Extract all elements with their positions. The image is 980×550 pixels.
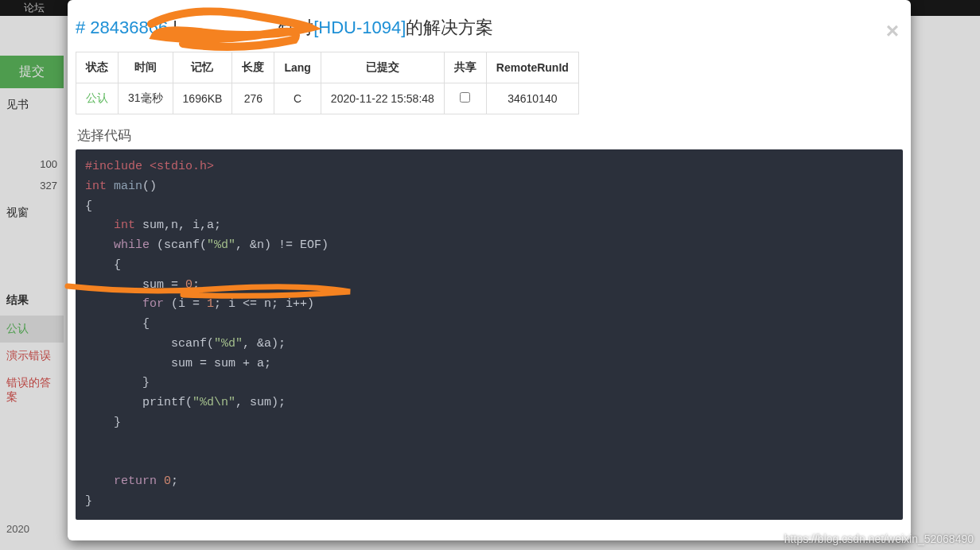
cell-submitted: 2020-11-22 15:58:48 bbox=[321, 83, 444, 114]
submission-id-link[interactable]: # 28436866 bbox=[76, 17, 168, 37]
code-one: 1 bbox=[207, 297, 214, 311]
cell-length: 276 bbox=[232, 83, 274, 114]
th-time: 时间 bbox=[119, 52, 173, 83]
th-shared: 共享 bbox=[444, 52, 486, 83]
code-return: return bbox=[114, 474, 157, 488]
solution-modal: # 28436866 | xxxxxxxxxxx针对[HDU-1094]的解决方… bbox=[68, 0, 911, 540]
th-memory: 记忆 bbox=[173, 52, 232, 83]
code-semi2: ; bbox=[171, 474, 178, 488]
code-printf-b: , sum); bbox=[235, 396, 286, 409]
code-scanf-open: (scanf( bbox=[150, 238, 207, 252]
title-target-prefix: 针对 bbox=[278, 17, 313, 37]
code-fmt-d2: "%d" bbox=[214, 337, 243, 351]
code-indent bbox=[85, 474, 114, 488]
code-indent bbox=[85, 219, 114, 232]
code-semi: ; bbox=[192, 278, 200, 292]
modal-header: # 28436866 | xxxxxxxxxxx针对[HDU-1094]的解决方… bbox=[68, 12, 911, 52]
code-brace-open: { bbox=[85, 199, 92, 213]
code-brace-final: } bbox=[85, 494, 92, 508]
th-remoterunid: RemoteRunId bbox=[486, 52, 578, 83]
th-lang: Lang bbox=[274, 52, 321, 83]
cell-status: 公认 bbox=[76, 83, 119, 114]
code-scanf2-b: , &a); bbox=[243, 337, 286, 351]
code-fmt-d: "%d" bbox=[207, 238, 235, 252]
table-row: 公认 31毫秒 1696KB 276 C 2020-11-22 15:58:48… bbox=[76, 83, 579, 114]
submission-table: 状态 时间 记忆 长度 Lang 已提交 共享 RemoteRunId 公认 3… bbox=[76, 52, 579, 114]
close-icon[interactable]: × bbox=[886, 20, 899, 42]
code-zero2: 0 bbox=[164, 474, 171, 488]
code-brace: { bbox=[85, 317, 150, 331]
watermark: https://blog.csdn.net/weixin_52068490 bbox=[784, 533, 974, 545]
code-sum-add: sum = sum + a; bbox=[85, 357, 271, 370]
code-for-a: (i = bbox=[164, 297, 207, 311]
code-vars: sum,n, i,a; bbox=[135, 219, 221, 232]
cell-time: 31毫秒 bbox=[119, 83, 173, 114]
code-fmt-dn: "%d\n" bbox=[192, 396, 235, 409]
code-brace-close: } bbox=[85, 376, 150, 389]
code-while: while bbox=[114, 238, 150, 252]
title-suffix: 的解决方案 bbox=[406, 17, 493, 37]
code-type-int: int bbox=[85, 180, 107, 193]
code-space bbox=[157, 474, 164, 488]
code-eof: EOF bbox=[300, 238, 321, 252]
code-scanf2-a: scanf( bbox=[85, 337, 214, 351]
code-scanf-close: ) bbox=[321, 238, 329, 252]
code-indent bbox=[85, 238, 114, 252]
table-header-row: 状态 时间 记忆 长度 Lang 已提交 共享 RemoteRunId bbox=[76, 52, 579, 83]
code-header: <stdio.h> bbox=[142, 160, 214, 173]
code-for-b: ; i <= n; i++) bbox=[214, 297, 314, 311]
code-for: for bbox=[142, 297, 164, 311]
code-include: #include bbox=[85, 160, 142, 173]
cell-memory: 1696KB bbox=[173, 83, 232, 114]
code-zero: 0 bbox=[185, 278, 192, 292]
code-func-main: main bbox=[107, 180, 142, 193]
th-submitted: 已提交 bbox=[321, 52, 444, 83]
code-brace: { bbox=[85, 258, 121, 272]
code-brace-close2: } bbox=[85, 416, 121, 429]
title-separator: | bbox=[168, 17, 182, 37]
shared-checkbox[interactable] bbox=[460, 92, 470, 103]
select-code-label[interactable]: 选择代码 bbox=[77, 126, 903, 145]
modal-body: 状态 时间 记忆 长度 Lang 已提交 共享 RemoteRunId 公认 3… bbox=[68, 52, 911, 520]
th-status: 状态 bbox=[76, 52, 119, 83]
code-indent bbox=[85, 297, 142, 311]
code-sum-assign: sum = bbox=[85, 278, 185, 292]
code-paren: () bbox=[142, 180, 157, 193]
code-scanf-mid: , &n) != bbox=[235, 238, 300, 252]
th-length: 长度 bbox=[232, 52, 274, 83]
code-printf-a: printf( bbox=[85, 396, 192, 409]
problem-link[interactable]: [HDU-1094] bbox=[313, 17, 406, 37]
code-block[interactable]: #include <stdio.h> int main() { int sum,… bbox=[76, 149, 903, 520]
cell-lang: C bbox=[274, 83, 321, 114]
code-type-int2: int bbox=[114, 219, 135, 232]
cell-shared bbox=[444, 83, 486, 114]
cell-remoterunid: 34610140 bbox=[486, 83, 578, 114]
modal-title: # 28436866 | xxxxxxxxxxx针对[HDU-1094]的解决方… bbox=[76, 16, 895, 40]
